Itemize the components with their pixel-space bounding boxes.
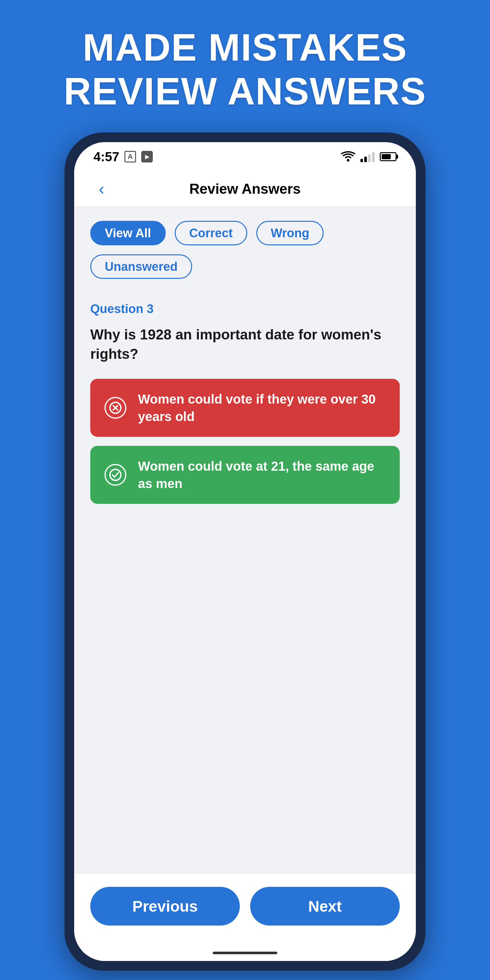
filter-unanswered[interactable]: Unanswered (90, 255, 192, 279)
signal-bar-4 (372, 152, 375, 162)
back-chevron-icon: ‹ (99, 181, 104, 197)
previous-button-label: Previous (132, 897, 198, 915)
battery-fill (382, 154, 391, 159)
filter-view-all-label: View All (105, 226, 151, 240)
next-button-label: Next (308, 897, 342, 915)
phone-screen: 4:57 A (74, 142, 416, 961)
back-button[interactable]: ‹ (90, 178, 113, 200)
filter-wrong-label: Wrong (271, 226, 309, 240)
filter-correct-label: Correct (189, 226, 233, 240)
notification-a-icon: A (124, 151, 136, 162)
answer-correct-text: Women could vote at 21, the same age as … (138, 457, 385, 492)
answer-correct: Women could vote at 21, the same age as … (90, 446, 400, 504)
filter-view-all[interactable]: View All (90, 221, 166, 245)
app-header: ‹ Review Answers (74, 171, 416, 207)
signal-bar-1 (360, 159, 363, 162)
next-button[interactable]: Next (250, 887, 400, 926)
battery-icon (380, 152, 396, 161)
headline-line1: MADE MISTAKES (83, 26, 407, 68)
headline-line2: REVIEW ANSWERS (64, 70, 426, 113)
notification-play-icon (141, 151, 153, 162)
status-bar: 4:57 A (74, 142, 416, 171)
filter-unanswered-label: Unanswered (105, 260, 178, 274)
signal-bar-3 (368, 154, 371, 162)
home-indicator (74, 945, 416, 961)
status-time: 4:57 (94, 150, 119, 164)
answer-wrong: Women could vote if they were over 30 ye… (90, 379, 400, 437)
correct-icon (105, 464, 126, 486)
question-text: Why is 1928 an important date for women'… (90, 325, 400, 363)
signal-icon (360, 151, 375, 162)
status-icons (341, 151, 396, 162)
bottom-nav: Previous Next (74, 874, 416, 945)
answer-wrong-text: Women could vote if they were over 30 ye… (138, 390, 385, 425)
page-headline: MADE MISTAKES REVIEW ANSWERS (64, 26, 426, 113)
phone-frame: 4:57 A (64, 132, 426, 970)
filter-tabs: View All Correct Wrong Unanswered (74, 207, 416, 290)
wrong-icon (105, 397, 126, 419)
filter-wrong[interactable]: Wrong (256, 221, 324, 245)
page-background: MADE MISTAKES REVIEW ANSWERS 4:57 A (0, 0, 490, 980)
signal-bar-2 (364, 157, 367, 162)
question-label: Question 3 (90, 302, 400, 316)
home-bar (213, 951, 277, 954)
svg-point-0 (347, 159, 350, 162)
svg-point-4 (110, 469, 121, 480)
wifi-icon (341, 151, 355, 162)
content-area: Question 3 Why is 1928 an important date… (74, 290, 416, 874)
filter-correct[interactable]: Correct (175, 221, 247, 245)
header-title: Review Answers (189, 181, 301, 197)
previous-button[interactable]: Previous (90, 887, 240, 926)
